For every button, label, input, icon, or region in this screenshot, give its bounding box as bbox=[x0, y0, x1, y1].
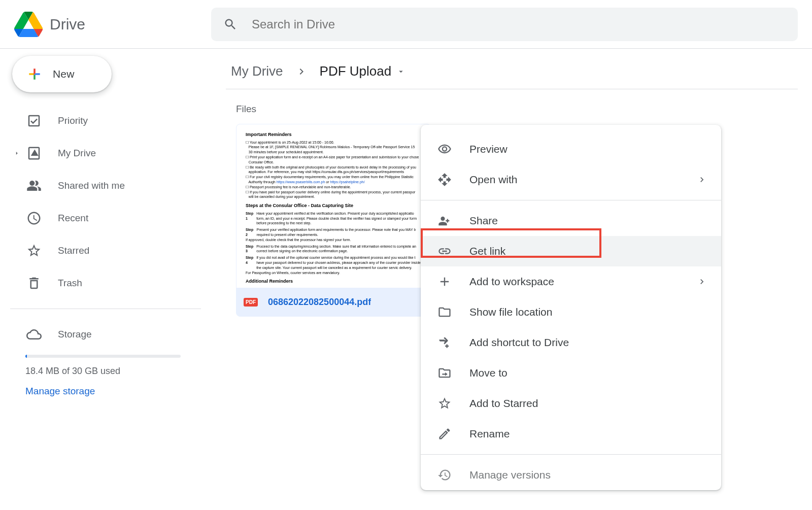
nav-label: My Drive bbox=[58, 148, 96, 159]
sidebar-item-shared[interactable]: Shared with me bbox=[10, 169, 201, 202]
ctx-label: Rename bbox=[469, 428, 510, 440]
sidebar-item-storage[interactable]: Storage bbox=[10, 318, 201, 351]
sidebar-separator bbox=[10, 309, 201, 309]
moveto-icon bbox=[437, 366, 452, 380]
ctx-label: Get link bbox=[469, 245, 505, 257]
sidebar-item-starred[interactable]: Starred bbox=[10, 234, 201, 267]
nav-label: Priority bbox=[58, 115, 88, 126]
ctx-item-versions[interactable]: Manage versions bbox=[421, 460, 721, 490]
sidebar-item-priority[interactable]: Priority bbox=[10, 105, 201, 137]
ctx-item-shortcut[interactable]: Add shortcut to Drive bbox=[421, 327, 721, 358]
link-icon bbox=[437, 244, 452, 258]
ctx-label: Manage versions bbox=[469, 469, 551, 481]
logo[interactable]: Drive bbox=[14, 10, 211, 39]
ctx-item-addstarred[interactable]: Add to Starred bbox=[421, 388, 721, 419]
search-input[interactable] bbox=[252, 17, 786, 31]
plus-icon bbox=[437, 275, 452, 289]
file-card[interactable]: Important Reminders ☐ Your appointment i… bbox=[236, 124, 431, 317]
ctx-label: Open with bbox=[469, 174, 518, 186]
ctx-label: Preview bbox=[469, 143, 507, 155]
ctx-item-getlink[interactable]: Get link bbox=[421, 236, 721, 266]
folder-icon bbox=[437, 305, 452, 319]
share-icon bbox=[437, 214, 452, 228]
ctx-label: Add to workspace bbox=[469, 276, 554, 288]
main-content: My Drive PDF Upload Files Important Remi… bbox=[211, 49, 812, 510]
search-bar[interactable] bbox=[211, 8, 798, 41]
chevron-down-icon bbox=[396, 67, 405, 76]
starred-icon bbox=[26, 243, 42, 258]
app-header: Drive bbox=[0, 0, 812, 49]
search-icon bbox=[223, 17, 238, 31]
star-icon bbox=[437, 396, 452, 411]
plus-icon bbox=[26, 66, 43, 82]
sidebar-item-recent[interactable]: Recent bbox=[10, 202, 201, 234]
ctx-label: Add shortcut to Drive bbox=[469, 336, 569, 349]
sidebar-item-trash[interactable]: Trash bbox=[10, 267, 201, 299]
chevron-right-icon bbox=[697, 175, 707, 185]
ctx-item-moveto[interactable]: Move to bbox=[421, 358, 721, 388]
file-thumbnail: Important Reminders ☐ Your appointment i… bbox=[236, 124, 430, 288]
nav-label: Recent bbox=[58, 213, 88, 224]
versions-icon bbox=[437, 468, 452, 482]
ctx-item-addworkspace[interactable]: Add to workspace bbox=[421, 266, 721, 297]
drive-logo-icon bbox=[14, 10, 43, 39]
chevron-right-icon bbox=[697, 277, 707, 287]
file-footer: PDF 06862022082500044.pdf bbox=[236, 288, 430, 316]
ctx-item-openwith[interactable]: Open with bbox=[421, 164, 721, 195]
app-name: Drive bbox=[50, 16, 85, 33]
recent-icon bbox=[26, 211, 42, 226]
storage-used-text: 18.4 MB of 30 GB used bbox=[10, 366, 211, 386]
nav-label: Trash bbox=[58, 278, 82, 289]
new-button-label: New bbox=[53, 68, 75, 80]
section-label-files: Files bbox=[226, 89, 798, 124]
sidebar: New Priority My Drive Shared with me Rec… bbox=[0, 49, 211, 510]
file-name: 06862022082500044.pdf bbox=[268, 297, 371, 308]
breadcrumb: My Drive PDF Upload bbox=[226, 59, 798, 89]
breadcrumb-current[interactable]: PDF Upload bbox=[315, 60, 411, 82]
ctx-label: Move to bbox=[469, 367, 507, 379]
nav-label: Storage bbox=[58, 329, 92, 340]
nav-label: Starred bbox=[58, 245, 89, 256]
openwith-icon bbox=[437, 173, 452, 187]
shortcut-icon bbox=[437, 335, 452, 350]
breadcrumb-root[interactable]: My Drive bbox=[226, 60, 288, 82]
ctx-item-share[interactable]: Share bbox=[421, 206, 721, 236]
sidebar-item-mydrive[interactable]: My Drive bbox=[10, 137, 201, 169]
rename-icon bbox=[437, 427, 452, 441]
context-menu: Preview Open with Share Get link Add to … bbox=[421, 125, 721, 490]
chevron-right-icon bbox=[295, 65, 308, 78]
shared-icon bbox=[26, 178, 42, 193]
eye-icon bbox=[437, 142, 452, 156]
expand-icon bbox=[13, 150, 20, 157]
ctx-label: Share bbox=[469, 215, 498, 227]
new-button[interactable]: New bbox=[12, 56, 112, 92]
priority-icon bbox=[26, 113, 42, 128]
pdf-icon: PDF bbox=[244, 298, 258, 307]
manage-storage-link[interactable]: Manage storage bbox=[10, 386, 211, 402]
trash-icon bbox=[26, 276, 42, 291]
ctx-separator bbox=[421, 454, 721, 455]
ctx-item-rename[interactable]: Rename bbox=[421, 419, 721, 449]
ctx-item-showlocation[interactable]: Show file location bbox=[421, 297, 721, 327]
storage-icon bbox=[26, 327, 42, 342]
ctx-separator bbox=[421, 200, 721, 200]
breadcrumb-current-label: PDF Upload bbox=[320, 63, 392, 79]
ctx-item-preview[interactable]: Preview bbox=[421, 134, 721, 164]
ctx-label: Add to Starred bbox=[469, 397, 538, 410]
mydrive-icon bbox=[26, 146, 42, 161]
storage-progress bbox=[25, 355, 181, 358]
ctx-label: Show file location bbox=[469, 306, 552, 318]
nav-label: Shared with me bbox=[58, 180, 125, 191]
